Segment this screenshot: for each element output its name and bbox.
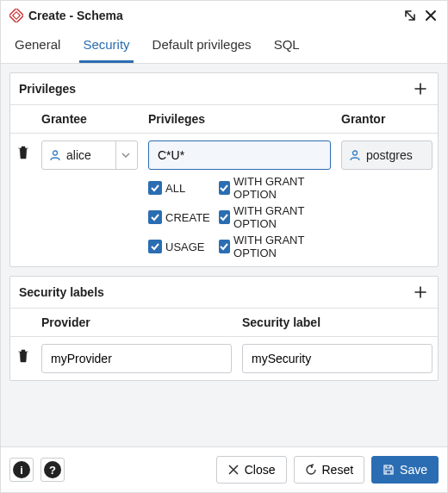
user-icon xyxy=(349,149,361,161)
privileges-panel: Privileges Grantee Privileges Grantor xyxy=(9,72,439,267)
col-provider: Provider xyxy=(36,309,237,336)
help-icon: ? xyxy=(44,461,61,478)
check-usage[interactable]: USAGE xyxy=(148,234,210,259)
reset-icon xyxy=(305,464,317,476)
provider-input[interactable] xyxy=(41,344,232,373)
content: Privileges Grantee Privileges Grantor xyxy=(1,64,447,446)
col-grantee: Grantee xyxy=(36,105,143,133)
privileges-header: Privileges xyxy=(10,73,438,105)
reset-button[interactable]: Reset xyxy=(294,456,365,484)
delete-row-button[interactable] xyxy=(17,349,29,365)
close-icon xyxy=(227,464,240,476)
dialog: Create - Schema General Security Default… xyxy=(0,0,448,493)
maximize-icon[interactable] xyxy=(402,8,418,23)
security-label-input[interactable] xyxy=(242,344,432,373)
check-all-wgo[interactable]: WITH GRANT OPTION xyxy=(219,175,331,201)
security-label-row xyxy=(10,337,438,380)
add-privilege-button[interactable] xyxy=(412,80,429,97)
security-labels-header: Security labels xyxy=(10,277,438,309)
grantor-value: postgres xyxy=(366,148,413,162)
save-icon xyxy=(383,464,395,476)
schema-icon xyxy=(9,9,23,22)
check-usage-wgo[interactable]: WITH GRANT OPTION xyxy=(219,234,331,259)
tabs: General Security Default privileges SQL xyxy=(1,30,447,64)
grantor-display: postgres xyxy=(341,140,432,170)
svg-point-2 xyxy=(53,151,58,155)
save-button[interactable]: Save xyxy=(371,456,439,484)
check-create-wgo[interactable]: WITH GRANT OPTION xyxy=(219,204,331,230)
info-icon: i xyxy=(13,461,30,478)
titlebar: Create - Schema xyxy=(1,1,447,30)
chevron-down-icon xyxy=(115,141,130,169)
check-create[interactable]: CREATE xyxy=(148,204,210,230)
dialog-title: Create - Schema xyxy=(28,9,397,22)
privilege-checks: ALL WITH GRANT OPTION CREATE WITH GRANT … xyxy=(148,175,331,259)
footer: i ? Close Reset Save xyxy=(1,446,447,492)
tab-default-privileges[interactable]: Default privileges xyxy=(149,30,255,63)
security-labels-title: Security labels xyxy=(19,285,104,299)
user-icon xyxy=(49,149,61,161)
privileges-columns: Grantee Privileges Grantor xyxy=(10,105,438,134)
security-labels-panel: Security labels Provider Security label xyxy=(9,276,439,381)
privileges-title: Privileges xyxy=(19,82,76,96)
info-button[interactable]: i xyxy=(9,458,34,482)
tab-sql[interactable]: SQL xyxy=(271,30,303,63)
tab-general[interactable]: General xyxy=(11,30,64,63)
privileges-input[interactable] xyxy=(148,140,331,170)
col-grantor: Grantor xyxy=(336,105,438,133)
svg-rect-1 xyxy=(13,12,20,19)
delete-row-button[interactable] xyxy=(17,146,29,162)
security-labels-columns: Provider Security label xyxy=(10,309,438,337)
privilege-row: alice ALL WITH GRANT OPTION CREATE WITH … xyxy=(10,134,438,266)
check-all[interactable]: ALL xyxy=(148,175,210,201)
close-button[interactable]: Close xyxy=(216,456,287,484)
svg-rect-0 xyxy=(9,9,23,22)
col-security-label: Security label xyxy=(237,309,438,336)
tab-security[interactable]: Security xyxy=(79,30,133,63)
add-security-label-button[interactable] xyxy=(412,284,429,301)
grantee-select[interactable]: alice xyxy=(41,140,138,170)
help-button[interactable]: ? xyxy=(40,458,65,482)
svg-point-3 xyxy=(353,151,358,155)
close-icon[interactable] xyxy=(423,8,439,23)
col-privileges: Privileges xyxy=(143,105,336,133)
grantee-value: alice xyxy=(66,148,91,162)
